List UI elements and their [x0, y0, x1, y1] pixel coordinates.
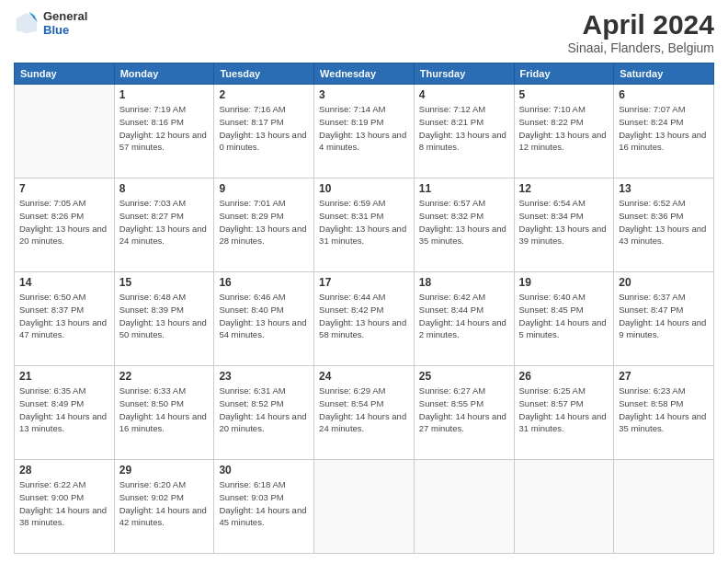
- day-number: 29: [119, 464, 210, 477]
- day-number: 30: [219, 464, 309, 477]
- day-number: 14: [19, 276, 109, 289]
- table-row: 28Sunrise: 6:22 AM Sunset: 9:00 PM Dayli…: [15, 460, 115, 554]
- logo-general: General: [43, 9, 87, 23]
- day-info: Sunrise: 7:05 AM Sunset: 8:26 PM Dayligh…: [19, 197, 109, 247]
- table-row: 18Sunrise: 6:42 AM Sunset: 8:44 PM Dayli…: [414, 272, 514, 366]
- col-wednesday: Wednesday: [314, 63, 415, 85]
- day-info: Sunrise: 6:52 AM Sunset: 8:36 PM Dayligh…: [619, 197, 709, 247]
- day-number: 11: [419, 182, 509, 195]
- table-row: 19Sunrise: 6:40 AM Sunset: 8:45 PM Dayli…: [514, 272, 614, 366]
- day-info: Sunrise: 6:46 AM Sunset: 8:40 PM Dayligh…: [219, 291, 309, 341]
- day-number: 7: [19, 182, 109, 195]
- table-row: 26Sunrise: 6:25 AM Sunset: 8:57 PM Dayli…: [514, 366, 614, 460]
- day-info: Sunrise: 7:10 AM Sunset: 8:22 PM Dayligh…: [519, 103, 609, 154]
- day-number: 9: [219, 182, 309, 195]
- logo-text: General Blue: [43, 9, 87, 37]
- table-row: 1Sunrise: 7:19 AM Sunset: 8:16 PM Daylig…: [114, 85, 214, 178]
- col-friday: Friday: [514, 63, 614, 85]
- day-info: Sunrise: 6:22 AM Sunset: 9:00 PM Dayligh…: [19, 478, 109, 529]
- table-row: 13Sunrise: 6:52 AM Sunset: 8:36 PM Dayli…: [614, 178, 714, 272]
- day-info: Sunrise: 6:27 AM Sunset: 8:55 PM Dayligh…: [419, 385, 509, 435]
- day-info: Sunrise: 6:44 AM Sunset: 8:42 PM Dayligh…: [319, 291, 409, 341]
- day-info: Sunrise: 6:31 AM Sunset: 8:52 PM Dayligh…: [219, 385, 309, 435]
- col-sunday: Sunday: [15, 63, 115, 85]
- main-title: April 2024: [567, 9, 714, 40]
- table-row: 25Sunrise: 6:27 AM Sunset: 8:55 PM Dayli…: [414, 366, 514, 460]
- logo-blue: Blue: [43, 23, 87, 37]
- table-row: 8Sunrise: 7:03 AM Sunset: 8:27 PM Daylig…: [114, 178, 214, 272]
- day-number: 18: [419, 276, 509, 289]
- day-number: 20: [619, 276, 709, 289]
- calendar-week-row: 1Sunrise: 7:19 AM Sunset: 8:16 PM Daylig…: [15, 85, 714, 178]
- table-row: 6Sunrise: 7:07 AM Sunset: 8:24 PM Daylig…: [614, 85, 714, 178]
- title-block: April 2024 Sinaai, Flanders, Belgium: [567, 9, 714, 55]
- day-number: 2: [219, 88, 309, 101]
- day-info: Sunrise: 7:03 AM Sunset: 8:27 PM Dayligh…: [119, 197, 210, 247]
- table-row: 21Sunrise: 6:35 AM Sunset: 8:49 PM Dayli…: [15, 366, 115, 460]
- col-tuesday: Tuesday: [214, 63, 314, 85]
- day-info: Sunrise: 7:01 AM Sunset: 8:29 PM Dayligh…: [219, 197, 309, 247]
- day-number: 3: [319, 88, 409, 101]
- table-row: 2Sunrise: 7:16 AM Sunset: 8:17 PM Daylig…: [214, 85, 314, 178]
- day-info: Sunrise: 6:40 AM Sunset: 8:45 PM Dayligh…: [519, 291, 609, 341]
- day-info: Sunrise: 6:42 AM Sunset: 8:44 PM Dayligh…: [419, 291, 509, 341]
- day-number: 24: [319, 370, 409, 383]
- table-row: 3Sunrise: 7:14 AM Sunset: 8:19 PM Daylig…: [314, 85, 415, 178]
- table-row: 10Sunrise: 6:59 AM Sunset: 8:31 PM Dayli…: [314, 178, 415, 272]
- calendar-header-row: Sunday Monday Tuesday Wednesday Thursday…: [15, 63, 714, 85]
- col-monday: Monday: [114, 63, 214, 85]
- day-number: 21: [19, 370, 109, 383]
- table-row: [514, 460, 614, 554]
- day-info: Sunrise: 7:16 AM Sunset: 8:17 PM Dayligh…: [219, 103, 309, 154]
- day-info: Sunrise: 7:14 AM Sunset: 8:19 PM Dayligh…: [319, 103, 409, 154]
- calendar-week-row: 14Sunrise: 6:50 AM Sunset: 8:37 PM Dayli…: [15, 272, 714, 366]
- day-number: 5: [519, 88, 609, 101]
- table-row: 12Sunrise: 6:54 AM Sunset: 8:34 PM Dayli…: [514, 178, 614, 272]
- day-number: 23: [219, 370, 309, 383]
- table-row: [314, 460, 415, 554]
- day-info: Sunrise: 6:18 AM Sunset: 9:03 PM Dayligh…: [219, 478, 309, 529]
- day-info: Sunrise: 6:33 AM Sunset: 8:50 PM Dayligh…: [119, 385, 210, 435]
- day-info: Sunrise: 6:54 AM Sunset: 8:34 PM Dayligh…: [519, 197, 609, 247]
- day-info: Sunrise: 7:12 AM Sunset: 8:21 PM Dayligh…: [419, 103, 509, 154]
- day-number: 25: [419, 370, 509, 383]
- table-row: 16Sunrise: 6:46 AM Sunset: 8:40 PM Dayli…: [214, 272, 314, 366]
- day-info: Sunrise: 6:59 AM Sunset: 8:31 PM Dayligh…: [319, 197, 409, 247]
- day-number: 26: [519, 370, 609, 383]
- page: General Blue April 2024 Sinaai, Flanders…: [0, 0, 728, 563]
- table-row: 14Sunrise: 6:50 AM Sunset: 8:37 PM Dayli…: [15, 272, 115, 366]
- day-info: Sunrise: 6:57 AM Sunset: 8:32 PM Dayligh…: [419, 197, 509, 247]
- table-row: 30Sunrise: 6:18 AM Sunset: 9:03 PM Dayli…: [214, 460, 314, 554]
- day-info: Sunrise: 6:37 AM Sunset: 8:47 PM Dayligh…: [619, 291, 709, 341]
- day-number: 27: [619, 370, 709, 383]
- table-row: 15Sunrise: 6:48 AM Sunset: 8:39 PM Dayli…: [114, 272, 214, 366]
- table-row: 17Sunrise: 6:44 AM Sunset: 8:42 PM Dayli…: [314, 272, 415, 366]
- day-number: 22: [119, 370, 210, 383]
- day-number: 28: [19, 464, 109, 477]
- day-number: 4: [419, 88, 509, 101]
- table-row: [15, 85, 115, 178]
- table-row: 4Sunrise: 7:12 AM Sunset: 8:21 PM Daylig…: [414, 85, 514, 178]
- day-number: 8: [119, 182, 210, 195]
- logo: General Blue: [14, 9, 87, 37]
- table-row: [614, 460, 714, 554]
- day-info: Sunrise: 6:25 AM Sunset: 8:57 PM Dayligh…: [519, 385, 609, 435]
- day-info: Sunrise: 7:19 AM Sunset: 8:16 PM Dayligh…: [119, 103, 210, 154]
- day-number: 15: [119, 276, 210, 289]
- table-row: 7Sunrise: 7:05 AM Sunset: 8:26 PM Daylig…: [15, 178, 115, 272]
- logo-icon: [14, 10, 40, 36]
- day-info: Sunrise: 6:23 AM Sunset: 8:58 PM Dayligh…: [619, 385, 709, 435]
- col-saturday: Saturday: [614, 63, 714, 85]
- day-info: Sunrise: 6:48 AM Sunset: 8:39 PM Dayligh…: [119, 291, 210, 341]
- table-row: 5Sunrise: 7:10 AM Sunset: 8:22 PM Daylig…: [514, 85, 614, 178]
- day-number: 16: [219, 276, 309, 289]
- day-number: 19: [519, 276, 609, 289]
- day-info: Sunrise: 7:07 AM Sunset: 8:24 PM Dayligh…: [619, 103, 709, 154]
- table-row: 23Sunrise: 6:31 AM Sunset: 8:52 PM Dayli…: [214, 366, 314, 460]
- day-number: 1: [119, 88, 210, 101]
- day-number: 17: [319, 276, 409, 289]
- table-row: 29Sunrise: 6:20 AM Sunset: 9:02 PM Dayli…: [114, 460, 214, 554]
- header: General Blue April 2024 Sinaai, Flanders…: [14, 9, 714, 55]
- table-row: 24Sunrise: 6:29 AM Sunset: 8:54 PM Dayli…: [314, 366, 415, 460]
- calendar-week-row: 28Sunrise: 6:22 AM Sunset: 9:00 PM Dayli…: [15, 460, 714, 554]
